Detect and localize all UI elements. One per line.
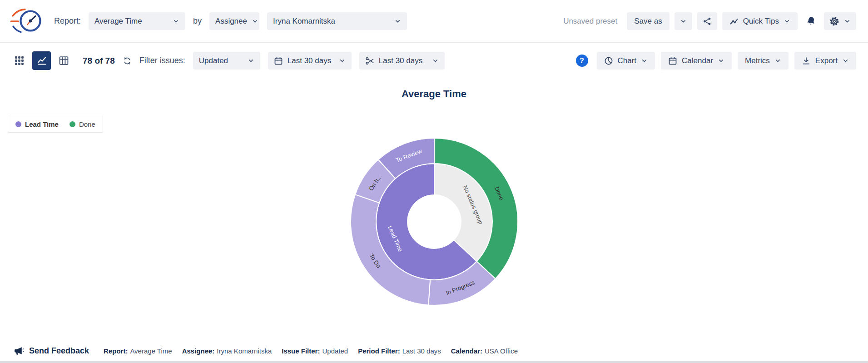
working-time-filter-select[interactable]: Last 30 days xyxy=(359,52,445,70)
share-button[interactable] xyxy=(697,12,717,30)
gear-icon xyxy=(829,16,839,26)
grid-view-button[interactable] xyxy=(10,51,29,70)
calendar-button[interactable]: Calendar xyxy=(661,52,732,70)
report-controls: Report: Average Time by Assignee Iryna K… xyxy=(10,7,407,36)
chevron-down-icon xyxy=(842,57,849,64)
export-button-label: Export xyxy=(815,56,838,65)
period-filter-value: Last 30 days xyxy=(288,56,331,65)
calendar-icon xyxy=(668,56,677,65)
save-as-dropdown-button[interactable] xyxy=(675,12,692,30)
unsaved-preset-label: Unsaved preset xyxy=(563,17,617,26)
quick-tips-label: Quick Tips xyxy=(743,17,779,26)
metrics-button-label: Metrics xyxy=(745,56,770,65)
chart-view-button[interactable] xyxy=(32,51,51,70)
chart-title: Average Time xyxy=(0,88,868,100)
summary-label: Period Filter: xyxy=(358,347,400,355)
legend-dot xyxy=(15,121,21,127)
chart-button-label: Chart xyxy=(618,56,637,65)
summary-issue-filter: Issue Filter:Updated xyxy=(282,347,348,355)
trend-icon xyxy=(729,17,739,26)
assignee-value: Iryna Komarnitska xyxy=(273,17,335,26)
export-button[interactable]: Export xyxy=(794,52,856,70)
by-label: by xyxy=(193,16,202,26)
issue-filter-value: Updated xyxy=(199,56,228,65)
summary-label: Calendar: xyxy=(451,347,482,355)
report-label: Report: xyxy=(54,16,81,26)
settings-button[interactable] xyxy=(824,12,856,30)
send-feedback-button[interactable]: Send Feedback xyxy=(14,346,89,356)
header-actions: Unsaved preset Save as Quick Tips xyxy=(563,12,856,30)
chart-container: No status groupLead TimeDoneIn ProgressT… xyxy=(0,135,868,309)
question-mark-icon: ? xyxy=(580,57,584,65)
chevron-down-icon xyxy=(784,18,790,25)
legend-label: Done xyxy=(79,120,95,128)
chevron-down-icon xyxy=(252,18,258,25)
calendar-button-label: Calendar xyxy=(682,56,713,65)
notifications-button[interactable] xyxy=(803,16,819,26)
summary-label: Issue Filter: xyxy=(282,347,320,355)
chevron-down-icon xyxy=(641,57,648,64)
summary-value: Updated xyxy=(322,347,348,355)
legend-label: Lead Time xyxy=(25,120,59,128)
view-switcher xyxy=(10,51,73,70)
summary-assignee: Assignee:Iryna Komarnitska xyxy=(182,347,272,355)
chevron-down-icon xyxy=(680,18,687,25)
main-content: Average Time Lead Time Done No status gr… xyxy=(0,88,868,309)
summary-calendar: Calendar:USA Office xyxy=(451,347,518,355)
summary-report: Report:Average Time xyxy=(104,347,172,355)
sunburst-chart: No status groupLead TimeDoneIn ProgressT… xyxy=(343,135,525,309)
save-as-label: Save as xyxy=(634,17,662,26)
group-by-value: Assignee xyxy=(215,17,247,26)
summary-value: Last 30 days xyxy=(402,347,441,355)
export-icon xyxy=(802,56,811,65)
summary-period-filter: Period Filter:Last 30 days xyxy=(358,347,441,355)
chevron-down-icon xyxy=(339,57,346,64)
footer: Send Feedback Report:Average Time Assign… xyxy=(0,346,868,356)
chevron-down-icon xyxy=(844,18,851,25)
grid-view-icon xyxy=(14,55,25,66)
summary-label: Report: xyxy=(104,347,128,355)
refresh-button[interactable] xyxy=(123,56,132,65)
group-by-select[interactable]: Assignee xyxy=(209,12,259,30)
refresh-icon xyxy=(123,56,132,65)
megaphone-icon xyxy=(14,346,24,356)
working-time-filter-value: Last 30 days xyxy=(379,56,422,65)
issue-filter-select[interactable]: Updated xyxy=(193,52,260,70)
top-header: Report: Average Time by Assignee Iryna K… xyxy=(0,0,868,43)
summary-value: Average Time xyxy=(130,347,172,355)
pie-chart-icon xyxy=(604,56,613,65)
legend-item-done[interactable]: Done xyxy=(69,120,95,128)
help-button[interactable]: ? xyxy=(576,55,588,67)
window-bottom-edge xyxy=(0,361,868,363)
metrics-button[interactable]: Metrics xyxy=(738,52,789,70)
filter-issues-label: Filter issues: xyxy=(139,56,185,65)
summary-value: USA Office xyxy=(485,347,518,355)
app-logo[interactable] xyxy=(10,7,44,36)
table-view-icon xyxy=(59,55,69,66)
report-type-value: Average Time xyxy=(94,17,142,26)
chevron-down-icon xyxy=(248,57,254,64)
quick-tips-button[interactable]: Quick Tips xyxy=(722,12,798,30)
chevron-down-icon xyxy=(718,57,724,64)
chart-type-button[interactable]: Chart xyxy=(597,52,655,70)
share-icon xyxy=(703,17,712,26)
assignee-select[interactable]: Iryna Komarnitska xyxy=(267,12,407,30)
notifications-bell-icon xyxy=(805,15,817,27)
calendar-clock-icon xyxy=(274,56,283,65)
table-view-button[interactable] xyxy=(55,51,73,70)
toolbar-left: 78 of 78 Filter issues: Updated xyxy=(10,51,445,70)
chevron-down-icon xyxy=(774,57,781,64)
issue-count: 78 of 78 xyxy=(83,56,115,66)
toolbar-right: ? Chart Calendar Metrics xyxy=(576,52,857,70)
period-filter-select[interactable]: Last 30 days xyxy=(268,52,352,70)
send-feedback-label: Send Feedback xyxy=(29,346,89,356)
chevron-down-icon xyxy=(432,57,439,64)
legend-dot xyxy=(69,121,75,127)
report-type-select[interactable]: Average Time xyxy=(89,12,185,30)
legend-item-lead-time[interactable]: Lead Time xyxy=(15,120,59,128)
app-window: Report: Average Time by Assignee Iryna K… xyxy=(0,0,868,363)
summary-label: Assignee: xyxy=(182,347,215,355)
save-as-button[interactable]: Save as xyxy=(627,12,669,30)
chart-legend: Lead Time Done xyxy=(8,116,103,133)
summary-value: Iryna Komarnitska xyxy=(217,347,272,355)
